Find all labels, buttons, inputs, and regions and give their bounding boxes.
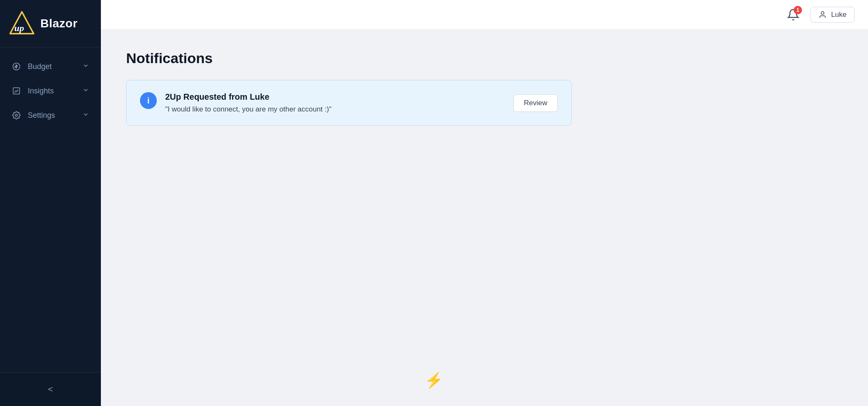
budget-chevron-icon — [82, 62, 89, 71]
logo-area: up Blazor — [0, 0, 101, 48]
settings-chevron-icon — [82, 111, 89, 120]
content-area: Notifications i 2Up Requested from Luke … — [101, 30, 868, 406]
notification-card: i 2Up Requested from Luke "I would like … — [126, 80, 572, 126]
svg-point-5 — [821, 12, 824, 15]
main-area: 1 Luke Notifications i 2Up Requested fro… — [101, 0, 868, 406]
user-menu-button[interactable]: Luke — [810, 7, 855, 23]
gear-icon — [12, 111, 21, 120]
sidebar-item-insights-label: Insights — [28, 87, 54, 96]
sidebar-nav: Budget Insights Sett — [0, 48, 101, 372]
sidebar-item-budget[interactable]: Budget — [0, 54, 101, 79]
svg-rect-3 — [13, 88, 20, 94]
notification-badge: 1 — [794, 6, 802, 14]
svg-text:up: up — [14, 23, 24, 33]
sidebar-item-settings[interactable]: Settings — [0, 103, 101, 127]
info-icon: i — [140, 92, 157, 109]
svg-point-4 — [16, 114, 18, 117]
collapse-button[interactable]: < — [41, 381, 60, 398]
sidebar-item-insights[interactable]: Insights — [0, 79, 101, 103]
notification-button[interactable]: 1 — [784, 6, 802, 24]
sidebar-item-settings-label: Settings — [28, 111, 55, 120]
notification-body: 2Up Requested from Luke "I would like to… — [165, 92, 505, 114]
sidebar: up Blazor Budget Insights — [0, 0, 101, 406]
header: 1 Luke — [101, 0, 868, 30]
page-title: Notifications — [126, 50, 843, 66]
notification-title: 2Up Requested from Luke — [165, 92, 505, 102]
notification-message: "I would like to connect, you are my oth… — [165, 105, 505, 114]
chart-icon — [12, 86, 21, 96]
logo-icon: up — [8, 10, 35, 37]
review-button[interactable]: Review — [513, 94, 558, 112]
sidebar-item-budget-label: Budget — [28, 62, 52, 71]
sidebar-collapse-area: < — [0, 372, 101, 406]
dollar-circle-icon — [12, 62, 21, 71]
user-icon — [818, 11, 827, 19]
lightning-icon: ⚡ — [425, 372, 443, 389]
insights-chevron-icon — [82, 87, 89, 96]
user-name-label: Luke — [831, 11, 847, 19]
app-name: Blazor — [40, 17, 78, 30]
